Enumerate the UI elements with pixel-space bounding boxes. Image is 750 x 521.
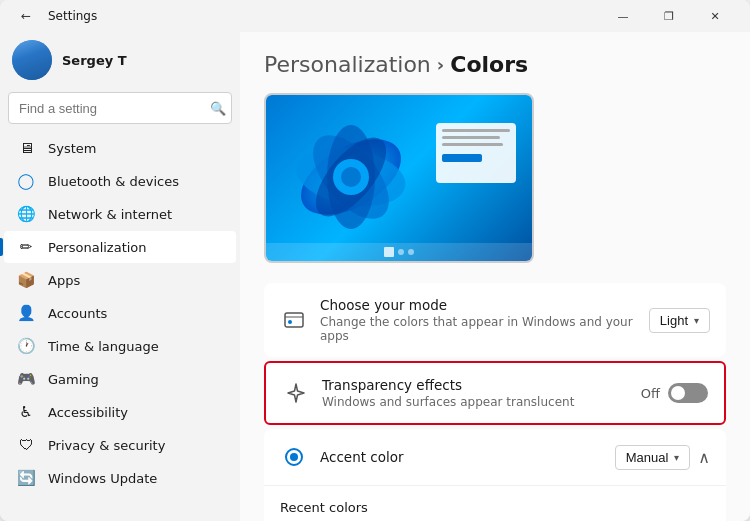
window-controls: — ❐ ✕ [600,0,738,32]
window-title: Settings [48,9,97,23]
sidebar-item-update[interactable]: 🔄 Windows Update [4,462,236,494]
transparency-text: Transparency effects Windows and surface… [322,377,629,409]
minimize-button[interactable]: — [600,0,646,32]
sidebar-item-personalization[interactable]: ✏️ Personalization [4,231,236,263]
gaming-icon: 🎮 [16,369,36,389]
sidebar-item-privacy[interactable]: 🛡 Privacy & security [4,429,236,461]
content-area: Sergey T 🔍 🖥 System ◯ Bluetooth & device… [0,32,750,521]
accent-card: Accent color Manual ▾ ∧ Recent colors [264,429,726,521]
sidebar-item-time[interactable]: 🕐 Time & language [4,330,236,362]
sidebar-label-apps: Apps [48,273,80,288]
transparency-icon [282,379,310,407]
sidebar: Sergey T 🔍 🖥 System ◯ Bluetooth & device… [0,32,240,521]
avatar-image [12,40,52,80]
back-button[interactable]: ← [12,2,40,30]
privacy-icon: 🛡 [16,435,36,455]
time-icon: 🕐 [16,336,36,356]
breadcrumb-current: Colors [450,52,528,77]
wallpaper-svg [271,100,431,255]
sidebar-item-accessibility[interactable]: ♿ Accessibility [4,396,236,428]
system-icon: 🖥 [16,138,36,158]
preview-accent-bar [442,154,482,162]
sparkle-icon [285,382,307,404]
transparency-row: Transparency effects Windows and surface… [266,363,724,423]
accent-control: Manual ▾ ∧ [615,445,710,470]
avatar [12,40,52,80]
settings-window: ← Settings — ❐ ✕ Sergey T 🔍 🖥 Syste [0,0,750,521]
sidebar-label-time: Time & language [48,339,159,354]
sidebar-label-network: Network & internet [48,207,172,222]
sidebar-label-update: Windows Update [48,471,157,486]
preview-line-1 [442,129,510,132]
bluetooth-icon: ◯ [16,171,36,191]
svg-point-6 [341,167,361,187]
close-button[interactable]: ✕ [692,0,738,32]
transparency-card: Transparency effects Windows and surface… [264,361,726,425]
mode-row: Choose your mode Change the colors that … [264,283,726,357]
sidebar-label-bluetooth: Bluetooth & devices [48,174,179,189]
recent-colors-section: Recent colors [264,486,726,521]
sidebar-label-accessibility: Accessibility [48,405,128,420]
search-icon[interactable]: 🔍 [210,101,226,116]
recent-colors-label: Recent colors [280,500,710,515]
mode-label: Choose your mode [320,297,637,313]
preview-line-2 [442,136,500,139]
svg-rect-7 [285,313,303,327]
sidebar-label-system: System [48,141,96,156]
sidebar-label-personalization: Personalization [48,240,147,255]
desktop-preview [264,93,534,263]
sidebar-item-network[interactable]: 🌐 Network & internet [4,198,236,230]
sidebar-label-privacy: Privacy & security [48,438,165,453]
svg-point-10 [290,453,298,461]
mode-dropdown[interactable]: Light ▾ [649,308,710,333]
breadcrumb-separator: › [437,54,444,75]
toggle-label: Off [641,386,660,401]
preview-taskbar [266,243,532,261]
accent-text: Accent color [320,449,603,465]
preview-window [436,123,516,183]
sidebar-label-gaming: Gaming [48,372,99,387]
apps-icon: 📦 [16,270,36,290]
titlebar: ← Settings — ❐ ✕ [0,0,750,32]
network-icon: 🌐 [16,204,36,224]
mode-text: Choose your mode Change the colors that … [320,297,637,343]
palette-icon [283,309,305,331]
sidebar-item-system[interactable]: 🖥 System [4,132,236,164]
preview-taskbar-dot [398,249,404,255]
personalization-icon: ✏️ [16,237,36,257]
sidebar-item-gaming[interactable]: 🎮 Gaming [4,363,236,395]
sidebar-item-apps[interactable]: 📦 Apps [4,264,236,296]
mode-control: Light ▾ [649,308,710,333]
mode-desc: Change the colors that appear in Windows… [320,315,637,343]
search-input[interactable] [8,92,232,124]
transparency-control: Off [641,383,708,403]
sidebar-item-accounts[interactable]: 👤 Accounts [4,297,236,329]
accent-value: Manual [626,450,669,465]
accent-icon [280,443,308,471]
user-profile[interactable]: Sergey T [0,32,240,92]
breadcrumb: Personalization › Colors [264,52,726,77]
toggle-thumb [671,386,685,400]
sidebar-item-bluetooth[interactable]: ◯ Bluetooth & devices [4,165,236,197]
preview-start-button [384,247,394,257]
mode-value: Light [660,313,688,328]
mode-card: Choose your mode Change the colors that … [264,283,726,357]
accent-collapse-icon[interactable]: ∧ [698,448,710,467]
accent-label: Accent color [320,449,603,465]
color-circle-icon [283,446,305,468]
svg-point-8 [288,320,292,324]
preview-line-3 [442,143,503,146]
preview-lines [442,129,510,146]
transparency-desc: Windows and surfaces appear translucent [322,395,629,409]
maximize-button[interactable]: ❐ [646,0,692,32]
breadcrumb-parent: Personalization [264,52,431,77]
search-box: 🔍 [8,92,232,124]
accent-header: Accent color Manual ▾ ∧ [264,429,726,486]
update-icon: 🔄 [16,468,36,488]
accent-dropdown[interactable]: Manual ▾ [615,445,691,470]
accent-chevron-icon: ▾ [674,452,679,463]
accessibility-icon: ♿ [16,402,36,422]
user-name: Sergey T [62,53,127,68]
accounts-icon: 👤 [16,303,36,323]
transparency-toggle[interactable] [668,383,708,403]
